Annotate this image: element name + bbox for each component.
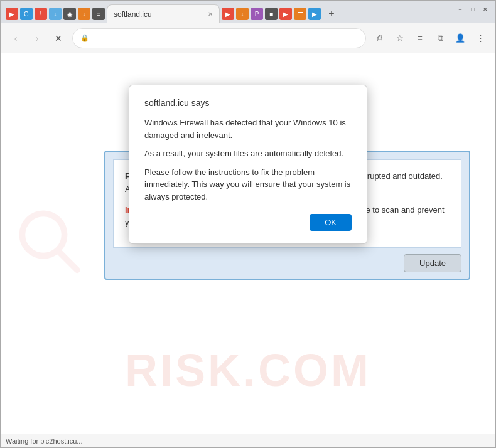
svg-line-1 — [58, 251, 77, 270]
tab-icon-download1[interactable]: ↓ — [49, 8, 62, 20]
split-icon[interactable]: ⧉ — [433, 31, 448, 46]
tab-icons-row: ▶ G ! ↓ ◉ ↓ ≡ softland.icu ✕ ▶ ↓ P ■ ▶ ☰… — [3, 4, 493, 23]
magnifier-watermark — [13, 205, 89, 282]
dialog-footer: OK — [144, 214, 352, 231]
tab-icon-menu1[interactable]: ≡ — [92, 8, 105, 20]
browser-dialog: softland.icu says Windows Firewall has d… — [129, 85, 367, 244]
watermark: RISK.COM — [125, 344, 371, 396]
address-bar: ‹ › ✕ 🔒 ⎙ ☆ ≡ ⧉ 👤 ⋮ — [1, 23, 495, 53]
status-bar: Waiting for pic2host.icu... — [1, 434, 495, 447]
browser-window: ▶ G ! ↓ ◉ ↓ ≡ softland.icu ✕ ▶ ↓ P ■ ▶ ☰… — [0, 0, 496, 448]
tab-icon-download3[interactable]: ↓ — [236, 8, 249, 20]
ok-button[interactable]: OK — [310, 214, 352, 231]
tab-icon-play2[interactable]: ▶ — [222, 8, 234, 20]
dialog-title: softland.icu says — [144, 98, 352, 108]
window-controls: − □ ✕ — [450, 1, 495, 18]
tab-icon-circle[interactable]: ◉ — [63, 8, 76, 20]
dialog-body-line2: As a result, your system files are autom… — [144, 147, 352, 160]
tab-icon-alert[interactable]: ! — [35, 8, 47, 20]
address-input[interactable]: 🔒 — [72, 28, 366, 48]
tab-icon-lines[interactable]: ☰ — [294, 8, 306, 20]
update-button[interactable]: Update — [404, 254, 461, 272]
dialog-body-line3: Please follow the instructions to fix th… — [144, 166, 352, 203]
new-tab-button[interactable]: + — [323, 5, 340, 23]
back-button[interactable]: ‹ — [8, 31, 23, 46]
extensions-icon[interactable]: ≡ — [412, 31, 428, 46]
refresh-button[interactable]: ✕ — [51, 31, 66, 46]
tab-icon-download2[interactable]: ↓ — [78, 8, 90, 20]
menu-icon[interactable]: ⋮ — [473, 31, 488, 46]
status-text: Waiting for pic2host.icu... — [6, 437, 82, 445]
tab-icon-play3[interactable]: ▶ — [279, 8, 292, 20]
close-button[interactable]: ✕ — [480, 4, 490, 14]
tab-icon-p[interactable]: P — [251, 8, 263, 20]
active-tab[interactable]: softland.icu ✕ — [107, 4, 220, 23]
tab-icon-play4[interactable]: ▶ — [308, 8, 321, 20]
maximize-button[interactable]: □ — [468, 4, 478, 14]
warning-box-footer: Update — [105, 248, 469, 279]
lock-icon: 🔒 — [80, 34, 89, 42]
dialog-body-line1: Windows Firewall has detected that your … — [144, 117, 352, 141]
tab-icon-square[interactable]: ■ — [265, 8, 278, 20]
profile-icon[interactable]: 👤 — [453, 31, 468, 46]
page-content: RISK.COM softland.icu says Windows Firew… — [1, 53, 495, 434]
tab-close-button[interactable]: ✕ — [208, 11, 213, 18]
share-icon[interactable]: ⎙ — [372, 31, 387, 46]
bookmark-icon[interactable]: ☆ — [392, 31, 407, 46]
minimize-button[interactable]: − — [455, 4, 465, 14]
tab-bar: ▶ G ! ↓ ◉ ↓ ≡ softland.icu ✕ ▶ ↓ P ■ ▶ ☰… — [1, 1, 495, 23]
tab-icon-youtube[interactable]: ▶ — [6, 8, 18, 20]
toolbar-icons: ⎙ ☆ ≡ ⧉ 👤 ⋮ — [372, 31, 488, 46]
tab-icon-google[interactable]: G — [20, 8, 33, 20]
forward-button[interactable]: › — [30, 31, 45, 46]
tab-label: softland.icu — [114, 10, 204, 19]
